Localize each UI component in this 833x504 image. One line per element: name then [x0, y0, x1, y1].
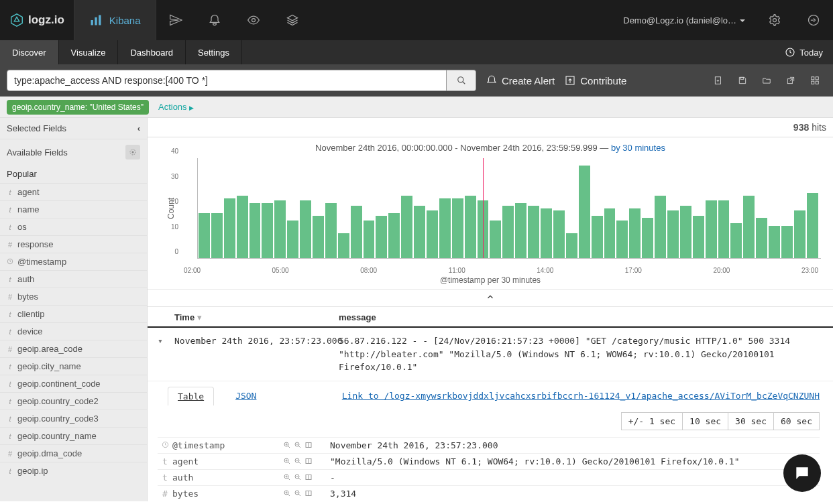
field-device[interactable]: tdevice	[0, 322, 147, 340]
bar[interactable]	[237, 196, 248, 258]
bar[interactable]	[718, 200, 730, 258]
bar[interactable]	[199, 213, 210, 258]
search-button[interactable]	[447, 70, 476, 91]
create-alert-button[interactable]: Create Alert	[486, 74, 555, 86]
sec-30[interactable]: 30 sec	[728, 412, 774, 430]
bar[interactable]	[693, 216, 704, 258]
bar[interactable]	[616, 220, 628, 258]
bar[interactable]	[592, 216, 603, 258]
bar[interactable]	[629, 208, 641, 259]
bar[interactable]	[502, 206, 514, 258]
chat-widget[interactable]	[783, 454, 821, 492]
tab-json[interactable]: JSON	[226, 387, 266, 405]
grid-icon[interactable]	[810, 76, 820, 85]
send-icon[interactable]	[156, 0, 195, 40]
bar[interactable]	[262, 203, 273, 258]
bar[interactable]	[401, 196, 412, 258]
contribute-button[interactable]: Contribute	[564, 74, 626, 86]
expand-row-toggle[interactable]: ▾	[158, 334, 174, 374]
bar[interactable]	[300, 200, 311, 258]
eye-icon[interactable]	[234, 0, 273, 40]
save-icon[interactable]	[738, 76, 747, 85]
field-clientip[interactable]: tclientip	[0, 305, 147, 322]
sort-icon[interactable]: ▾	[197, 312, 202, 322]
search-input[interactable]	[7, 70, 447, 91]
bar[interactable]	[224, 198, 235, 258]
bar[interactable]	[730, 223, 742, 258]
bar[interactable]	[553, 210, 565, 258]
nav-settings[interactable]: Settings	[186, 40, 242, 64]
field-@timestamp[interactable]: @timestamp	[0, 253, 147, 270]
filter-actions[interactable]: Actions ▶	[158, 102, 194, 112]
nav-visualize[interactable]: Visualize	[59, 40, 119, 64]
field-geoip.city_name[interactable]: tgeoip.city_name	[0, 357, 147, 375]
field-bytes[interactable]: #bytes	[0, 288, 147, 305]
bar[interactable]	[414, 206, 425, 258]
field-response[interactable]: #response	[0, 235, 147, 253]
logout-icon[interactable]	[794, 0, 833, 40]
bar[interactable]	[579, 166, 590, 258]
field-geoip.country_name[interactable]: tgeoip.country_name	[0, 427, 147, 444]
logo[interactable]: logz.io	[0, 13, 74, 27]
bar[interactable]	[465, 196, 476, 258]
bar[interactable]	[388, 213, 400, 258]
interval-link[interactable]: by 30 minutes	[611, 143, 665, 153]
sec-1[interactable]: +/- 1 sec	[621, 412, 683, 430]
bar[interactable]	[781, 226, 793, 258]
sec-60[interactable]: 60 sec	[774, 412, 820, 430]
field-geoip.country_code3[interactable]: tgeoip.country_code3	[0, 410, 147, 427]
bar[interactable]	[338, 233, 349, 258]
sec-10[interactable]: 10 sec	[683, 412, 728, 430]
layers-icon[interactable]	[273, 0, 312, 40]
field-os[interactable]: tos	[0, 218, 147, 235]
bar[interactable]	[490, 220, 501, 258]
sidebar-collapse-icon[interactable]: ‹	[137, 123, 140, 133]
field-geoip.area_code[interactable]: #geoip.area_code	[0, 340, 147, 357]
bar[interactable]	[351, 206, 362, 258]
bar[interactable]	[364, 220, 375, 258]
bar[interactable]	[313, 216, 324, 258]
bar[interactable]	[325, 203, 337, 258]
bar[interactable]	[807, 193, 818, 258]
bar[interactable]	[541, 208, 552, 259]
bar[interactable]	[515, 203, 526, 258]
tab-table[interactable]: Table	[168, 387, 214, 405]
gear-icon[interactable]	[755, 0, 794, 40]
bar[interactable]	[566, 233, 577, 258]
bar[interactable]	[427, 210, 438, 258]
field-auth[interactable]: tauth	[0, 270, 147, 288]
bar[interactable]	[528, 206, 539, 258]
bar[interactable]	[667, 210, 679, 258]
bell-icon[interactable]	[195, 0, 234, 40]
fields-settings-icon[interactable]	[125, 145, 140, 160]
nav-dashboard[interactable]: Dashboard	[118, 40, 186, 64]
bar[interactable]	[794, 210, 806, 258]
field-geoip.ip[interactable]: tgeoip.ip	[0, 462, 147, 479]
bar[interactable]	[680, 206, 691, 258]
field-geoip.country_code2[interactable]: tgeoip.country_code2	[0, 392, 147, 410]
bar[interactable]	[249, 203, 261, 258]
bar[interactable]	[706, 200, 717, 258]
filter-pill[interactable]: geoip.country_name: "United States"	[7, 100, 149, 115]
bar[interactable]	[743, 196, 755, 258]
bar[interactable]	[452, 198, 463, 258]
bar[interactable]	[274, 200, 286, 258]
field-geoip.continent_code[interactable]: tgeoip.continent_code	[0, 375, 147, 392]
bar[interactable]	[769, 226, 780, 258]
new-icon[interactable]	[714, 76, 723, 85]
bar[interactable]	[642, 218, 653, 258]
timepicker[interactable]: Today	[775, 40, 833, 64]
bar[interactable]	[287, 220, 298, 258]
share-icon[interactable]	[786, 76, 795, 85]
histogram-chart[interactable]: 010203040	[180, 158, 821, 259]
bar[interactable]	[439, 198, 451, 258]
doc-permalink[interactable]: Link to /logz-xmywsrkbovjddxljvcahcxsrbi…	[342, 391, 820, 401]
bar[interactable]	[655, 196, 666, 258]
field-geoip.dma_code[interactable]: #geoip.dma_code	[0, 444, 147, 462]
field-agent[interactable]: tagent	[0, 183, 147, 200]
bar[interactable]	[211, 213, 223, 258]
nav-discover[interactable]: Discover	[0, 40, 59, 64]
account-menu[interactable]: Demo@Logz.io (daniel@lo…	[613, 15, 755, 25]
field-name[interactable]: tname	[0, 200, 147, 218]
bar[interactable]	[756, 218, 767, 258]
